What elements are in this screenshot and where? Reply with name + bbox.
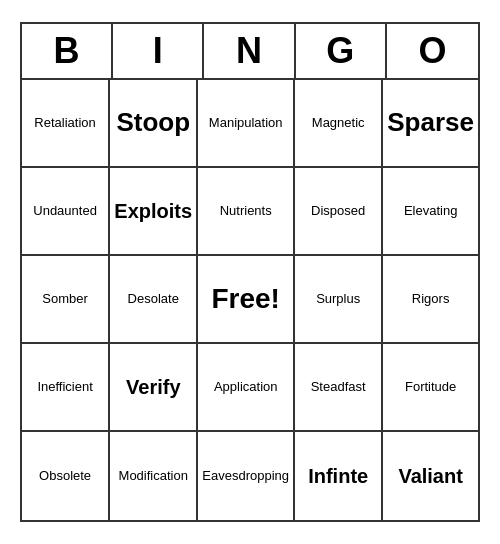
cell-text: Infinte <box>308 464 368 488</box>
bingo-cell: Elevating <box>383 168 478 256</box>
cell-text: Surplus <box>316 291 360 307</box>
bingo-cell: Eavesdropping <box>198 432 295 520</box>
bingo-cell: Manipulation <box>198 80 295 168</box>
cell-text: Fortitude <box>405 379 456 395</box>
bingo-cell: Stoop <box>110 80 198 168</box>
bingo-cell: Disposed <box>295 168 383 256</box>
cell-text: Eavesdropping <box>202 468 289 484</box>
cell-text: Elevating <box>404 203 457 219</box>
bingo-cell: Exploits <box>110 168 198 256</box>
header-letter-g: G <box>296 24 387 78</box>
cell-text: Magnetic <box>312 115 365 131</box>
bingo-cell: Application <box>198 344 295 432</box>
bingo-cell: Rigors <box>383 256 478 344</box>
cell-text: Exploits <box>114 199 192 223</box>
cell-text: Disposed <box>311 203 365 219</box>
cell-text: Application <box>214 379 278 395</box>
header-letter-o: O <box>387 24 478 78</box>
cell-text: Valiant <box>398 464 462 488</box>
bingo-cell: Valiant <box>383 432 478 520</box>
bingo-cell: Undaunted <box>22 168 110 256</box>
cell-text: Nutrients <box>220 203 272 219</box>
bingo-cell: Free! <box>198 256 295 344</box>
bingo-cell: Verify <box>110 344 198 432</box>
header-letter-n: N <box>204 24 295 78</box>
cell-text: Stoop <box>116 107 190 138</box>
cell-text: Somber <box>42 291 88 307</box>
cell-text: Rigors <box>412 291 450 307</box>
bingo-cell: Retaliation <box>22 80 110 168</box>
bingo-cell: Surplus <box>295 256 383 344</box>
bingo-card: BINGO RetaliationStoopManipulationMagnet… <box>20 22 480 522</box>
header-letter-i: I <box>113 24 204 78</box>
bingo-cell: Magnetic <box>295 80 383 168</box>
bingo-grid: RetaliationStoopManipulationMagneticSpar… <box>22 80 478 520</box>
cell-text: Obsolete <box>39 468 91 484</box>
bingo-cell: Somber <box>22 256 110 344</box>
bingo-cell: Inefficient <box>22 344 110 432</box>
cell-text: Desolate <box>128 291 179 307</box>
cell-text: Verify <box>126 375 180 399</box>
bingo-cell: Modification <box>110 432 198 520</box>
bingo-cell: Sparse <box>383 80 478 168</box>
bingo-cell: Fortitude <box>383 344 478 432</box>
bingo-cell: Desolate <box>110 256 198 344</box>
header-letter-b: B <box>22 24 113 78</box>
cell-text: Modification <box>119 468 188 484</box>
cell-text: Undaunted <box>33 203 97 219</box>
bingo-header: BINGO <box>22 24 478 80</box>
bingo-cell: Nutrients <box>198 168 295 256</box>
bingo-cell: Obsolete <box>22 432 110 520</box>
cell-text: Sparse <box>387 107 474 138</box>
cell-text: Retaliation <box>34 115 95 131</box>
cell-text: Manipulation <box>209 115 283 131</box>
cell-text: Steadfast <box>311 379 366 395</box>
cell-text: Free! <box>211 282 279 316</box>
bingo-cell: Infinte <box>295 432 383 520</box>
cell-text: Inefficient <box>37 379 92 395</box>
bingo-cell: Steadfast <box>295 344 383 432</box>
